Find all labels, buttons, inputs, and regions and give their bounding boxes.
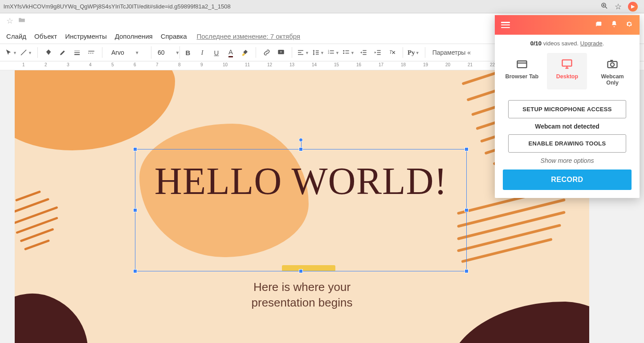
indent-decrease-button[interactable]: [357, 46, 370, 59]
bold-button[interactable]: B: [182, 46, 194, 59]
rotate-handle[interactable]: [299, 138, 303, 142]
resize-handle[interactable]: [133, 269, 137, 273]
decorative-stripes: [15, 195, 99, 266]
numbered-list-button[interactable]: 12▼: [327, 46, 340, 59]
border-weight-icon[interactable]: [71, 46, 83, 59]
record-mode-row: Browser Tab Desktop Webcam Only: [495, 50, 640, 96]
url-text: lmXYfsVkHCOVm9g8UYWq_QgWPj8S4sYIriTcJ0IT…: [4, 3, 600, 10]
resize-handle[interactable]: [299, 147, 303, 151]
resize-handle[interactable]: [133, 208, 137, 212]
border-color-icon[interactable]: [57, 46, 69, 59]
svg-rect-48: [610, 60, 613, 62]
script-button[interactable]: Рy▼: [408, 46, 420, 59]
size-select[interactable]: 60▼: [153, 46, 180, 59]
resize-handle[interactable]: [133, 147, 137, 151]
desktop-icon: [549, 57, 585, 71]
browser-tab-icon: [504, 57, 540, 71]
select-tool[interactable]: ▼: [4, 46, 18, 59]
doc-star-icon[interactable]: ☆: [6, 16, 13, 26]
line-tool[interactable]: ▼: [20, 46, 33, 59]
browser-address-bar: lmXYfsVkHCOVm9g8UYWq_QgWPj8S4sYIriTcJ0IT…: [0, 0, 644, 13]
resize-handle[interactable]: [465, 147, 469, 151]
decorative-stripes: [451, 199, 576, 270]
svg-text:+: +: [280, 50, 282, 54]
upgrade-link[interactable]: Upgrade: [580, 40, 603, 47]
svg-text:T: T: [389, 49, 393, 55]
comment-button[interactable]: +: [275, 46, 287, 59]
align-button[interactable]: ▼: [297, 46, 310, 59]
mode-webcam[interactable]: Webcam Only: [592, 53, 632, 89]
indent-increase-button[interactable]: [371, 46, 384, 59]
mode-label: Browser Tab: [504, 73, 540, 80]
subtitle-line: presentation begins: [252, 296, 353, 309]
recordings-icon[interactable]: [595, 20, 603, 30]
camera-icon: [594, 57, 631, 71]
decorative-shape: [15, 70, 175, 150]
recorder-extension-panel: 0/10 videos saved. Upgrade. Browser Tab …: [495, 15, 640, 198]
svg-line-1: [605, 7, 607, 8]
ext-header: [495, 15, 640, 35]
font-size-value: 60: [158, 49, 165, 56]
bullet-list-button[interactable]: ▼: [342, 46, 355, 59]
svg-point-24: [343, 50, 344, 52]
fill-color-icon[interactable]: [42, 46, 55, 59]
mode-desktop[interactable]: Desktop: [547, 53, 587, 89]
folder-icon[interactable]: [18, 16, 26, 26]
slide-subtitle[interactable]: Here is where your presentation begins: [15, 279, 589, 311]
svg-rect-41: [517, 61, 526, 68]
svg-rect-40: [596, 22, 597, 26]
clear-format-button[interactable]: T: [386, 46, 398, 59]
gear-icon[interactable]: [625, 20, 633, 30]
menu-help[interactable]: Справка: [161, 32, 187, 40]
svg-text:2: 2: [328, 52, 329, 54]
saved-text: videos saved.: [542, 40, 580, 47]
bell-icon[interactable]: [610, 20, 618, 30]
saved-count: 0/10: [530, 40, 542, 47]
zoom-icon[interactable]: [600, 2, 608, 11]
slide-title[interactable]: HELLO WORLD!: [135, 157, 466, 206]
record-button[interactable]: RECORD: [503, 169, 632, 190]
border-dash-icon[interactable]: [85, 46, 98, 59]
show-more-options[interactable]: Show more options: [495, 157, 640, 164]
extension-icon[interactable]: ▶: [628, 2, 638, 12]
rotate-line: [301, 141, 302, 148]
font-name: Arvo: [111, 49, 124, 56]
resize-handle[interactable]: [465, 269, 469, 273]
hamburger-icon[interactable]: [501, 22, 510, 28]
svg-point-47: [611, 63, 614, 66]
last-edit-link[interactable]: Последнее изменение: 7 октября: [197, 32, 301, 40]
bookmark-star-icon[interactable]: ☆: [615, 2, 622, 12]
font-select[interactable]: Arvo▼: [107, 46, 151, 59]
italic-button[interactable]: I: [196, 46, 208, 59]
svg-rect-39: [597, 21, 602, 25]
saved-videos-row: 0/10 videos saved. Upgrade.: [495, 35, 640, 50]
format-options[interactable]: Параметры «: [432, 49, 471, 56]
svg-marker-31: [360, 52, 362, 54]
setup-mic-button[interactable]: SETUP MICROPHONE ACCESS: [508, 100, 626, 118]
svg-point-25: [343, 52, 344, 54]
link-button[interactable]: [261, 46, 273, 59]
text-color-button[interactable]: A: [224, 46, 237, 59]
selected-textbox[interactable]: HELLO WORLD!: [135, 149, 467, 271]
highlight-button[interactable]: [239, 46, 251, 59]
menu-object[interactable]: Объект: [34, 32, 57, 40]
mode-label: Desktop: [549, 73, 585, 80]
svg-marker-35: [375, 52, 376, 54]
svg-rect-43: [562, 60, 572, 66]
menu-tools[interactable]: Инструменты: [65, 32, 107, 40]
underline-button[interactable]: U: [210, 46, 223, 59]
svg-line-6: [21, 50, 26, 55]
resize-handle[interactable]: [465, 208, 469, 212]
webcam-note: Webcam not detected: [495, 123, 640, 130]
mode-label: Webcam Only: [594, 73, 631, 86]
menu-addons[interactable]: Дополнения: [115, 32, 153, 40]
resize-handle[interactable]: [299, 269, 303, 273]
menu-slide[interactable]: Слайд: [6, 32, 26, 40]
mode-browser-tab[interactable]: Browser Tab: [502, 53, 542, 89]
subtitle-line: Here is where your: [253, 280, 351, 294]
line-spacing-button[interactable]: ▼: [312, 46, 325, 59]
enable-drawing-button[interactable]: ENABLE DRAWING TOOLS: [508, 134, 626, 153]
